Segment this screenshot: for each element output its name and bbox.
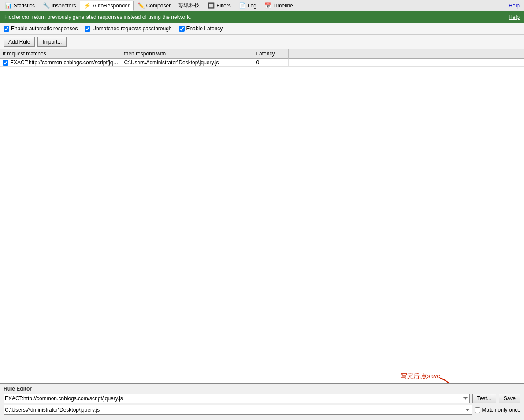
rules-table: If request matches… then respond with… L… (0, 49, 524, 67)
rules-tbody: EXACT:http://common.cnblogs.com/script/j… (0, 59, 524, 67)
help-link[interactable]: Help (509, 3, 523, 9)
tab-composer[interactable]: ✏️ Composer (134, 1, 175, 11)
match-only-once-label: Match only once (482, 407, 520, 413)
tab-log[interactable]: 📄 Log (235, 1, 260, 11)
row-checkbox[interactable] (3, 60, 8, 66)
row-match-cell: EXACT:http://common.cnblogs.com/script/j… (0, 59, 121, 67)
annotation-text: 写完后,点save (401, 372, 440, 379)
col-header-extra (289, 49, 524, 59)
help-link-infobar[interactable]: Help (509, 14, 520, 20)
col-header-respond: then respond with… (121, 49, 253, 59)
tab-chinese[interactable]: 彩讯科技 (175, 1, 204, 11)
tab-statistics[interactable]: 📊 Statistics (1, 1, 39, 11)
info-bar: Fiddler can return previously generated … (0, 11, 524, 23)
annotation-container: 写完后,点save (401, 372, 440, 380)
row-match-text: EXACT:http://common.cnblogs.com/script/j… (10, 59, 118, 66)
table-row[interactable]: EXACT:http://common.cnblogs.com/script/j… (0, 59, 524, 67)
match-only-once-checkbox[interactable] (475, 407, 480, 413)
inspectors-icon: 🔧 (43, 2, 50, 9)
row-latency-cell: 0 (253, 59, 289, 67)
timeline-icon: 📅 (264, 2, 271, 9)
composer-icon: ✏️ (138, 2, 145, 9)
enable-automatic-input[interactable] (4, 26, 9, 32)
log-icon: 📄 (239, 2, 246, 9)
tab-timeline[interactable]: 📅 Timeline (260, 1, 297, 11)
autoresponder-icon: ⚡ (84, 2, 91, 9)
rule-editor-title: Rule Editor (4, 386, 520, 392)
unmatched-passthrough-checkbox[interactable]: Unmatched requests passthrough (85, 26, 171, 32)
tab-inspectors[interactable]: 🔧 Inspectors (39, 1, 80, 11)
col-header-match: If request matches… (0, 49, 121, 59)
row-respond-text: C:\Users\Administrator\Desktop\jquery.js (124, 59, 219, 66)
col-header-latency: Latency (253, 49, 289, 59)
rule-editor: Rule Editor EXACT:http://common.cnblogs.… (0, 383, 524, 420)
buttons-row: Add Rule Import... (0, 35, 524, 49)
row-extra-cell (289, 59, 524, 67)
tab-autoresponder[interactable]: ⚡ AutoResponder (80, 1, 133, 11)
add-rule-button[interactable]: Add Rule (4, 37, 35, 47)
row-latency-text: 0 (256, 59, 259, 66)
row-respond-cell: C:\Users\Administrator\Desktop\jquery.js (121, 59, 253, 67)
enable-latency-checkbox[interactable]: Enable Latency (179, 26, 223, 32)
rule-editor-row2: C:\Users\Administrator\Desktop\jquery.js… (4, 405, 520, 415)
enable-latency-input[interactable] (179, 26, 185, 32)
scrollable-area: If request matches… then respond with… L… (0, 49, 524, 420)
rule-match-select[interactable]: EXACT:http://common.cnblogs.com/script/j… (4, 394, 470, 403)
filters-icon: 🔲 (208, 2, 215, 9)
info-bar-message: Fiddler can return previously generated … (4, 14, 191, 20)
import-button[interactable]: Import... (37, 37, 67, 47)
test-button[interactable]: Test... (472, 394, 496, 403)
rule-editor-row1: EXACT:http://common.cnblogs.com/script/j… (4, 394, 520, 403)
save-button[interactable]: Save (499, 394, 520, 403)
options-row: Enable automatic responses Unmatched req… (0, 23, 524, 35)
enable-automatic-checkbox[interactable]: Enable automatic responses (4, 26, 78, 32)
statistics-icon: 📊 (5, 2, 12, 9)
toolbar: 📊 Statistics 🔧 Inspectors ⚡ AutoResponde… (0, 0, 524, 11)
unmatched-passthrough-input[interactable] (85, 26, 90, 32)
rule-respond-select[interactable]: C:\Users\Administrator\Desktop\jquery.js (4, 405, 472, 415)
tab-filters[interactable]: 🔲 Filters (204, 1, 235, 11)
